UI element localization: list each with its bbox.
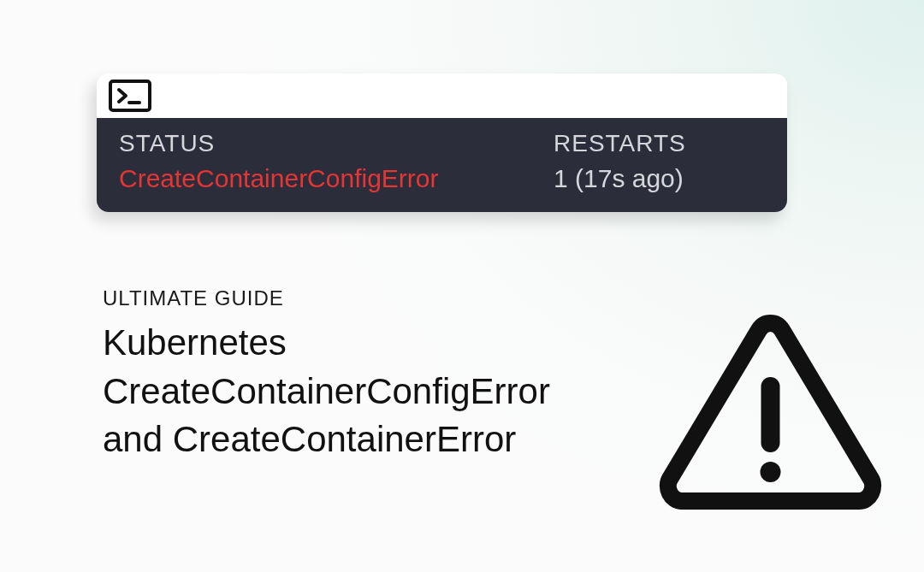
restarts-column: RESTARTS 1 (17s ago) [554,130,765,193]
headline: Kubernetes CreateContainerConfigError an… [103,319,650,464]
svg-point-3 [761,462,781,482]
svg-rect-0 [110,81,150,110]
eyebrow: ULTIMATE GUIDE [103,286,650,310]
terminal-icon [109,80,151,112]
headline-line-2: CreateContainerConfigError [103,371,550,411]
headline-line-3: and CreateContainerError [103,419,516,459]
text-block: ULTIMATE GUIDE Kubernetes CreateContaine… [103,286,650,464]
terminal-body: STATUS CreateContainerConfigError RESTAR… [97,118,787,212]
terminal-header [97,74,787,118]
status-column: STATUS CreateContainerConfigError [119,130,554,193]
warning-triangle-icon [657,308,884,521]
headline-line-1: Kubernetes [103,322,287,363]
terminal-card: STATUS CreateContainerConfigError RESTAR… [97,74,787,212]
restarts-value: 1 (17s ago) [554,164,765,193]
restarts-label: RESTARTS [554,130,765,157]
status-label: STATUS [119,130,554,157]
status-value: CreateContainerConfigError [119,164,554,193]
